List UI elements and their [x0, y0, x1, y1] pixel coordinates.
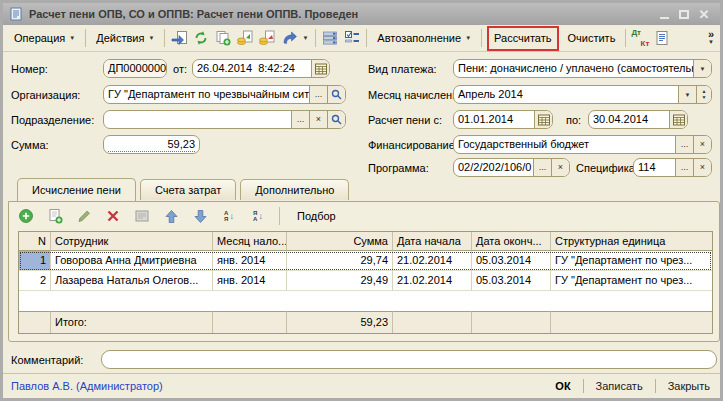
copy-row-button[interactable] [44, 205, 66, 227]
table-row[interactable]: 1 Говорова Анна Дмитриевна янв. 2014 29,… [19, 251, 712, 271]
chevron-down-icon: ▼ [700, 66, 706, 72]
calendar-button[interactable] [534, 111, 552, 128]
clear-field-button[interactable]: × [693, 159, 711, 176]
minimize-button[interactable] [654, 6, 674, 22]
dropdown-button[interactable]: ▼ [693, 60, 711, 77]
goto-menu-button[interactable]: ▼ [278, 27, 312, 49]
specifics-field[interactable]: 114 ... × [633, 158, 712, 177]
edit-row-button[interactable] [73, 205, 95, 227]
sort-ascending-icon: АЯ↓ [221, 208, 238, 225]
cell-n[interactable]: 2 [19, 271, 51, 291]
tab-penalty-calculation[interactable]: Исчисление пени [17, 178, 136, 201]
comment-field[interactable] [101, 350, 717, 369]
dt-kt-button[interactable]: Дт Кт [629, 27, 651, 49]
search-button[interactable] [327, 86, 345, 103]
ellipsis-button[interactable]: ... [291, 111, 309, 128]
add-row-button[interactable] [15, 205, 37, 227]
table-row[interactable]: 2 Лазарева Наталья Олегов... янв. 2014 2… [19, 271, 712, 291]
post-document-button[interactable] [168, 27, 190, 49]
financing-field[interactable]: Государственный бюджет ... × [453, 135, 712, 154]
column-header-unit[interactable]: Структурная единица [551, 232, 712, 251]
cell-unit[interactable]: ГУ "Департамент по чрез... [551, 251, 712, 271]
search-button[interactable] [327, 111, 345, 128]
department-field[interactable]: ... × [103, 110, 346, 129]
clear-field-button[interactable]: × [551, 159, 569, 176]
column-header-employee[interactable]: Сотрудник [51, 232, 213, 251]
cell-date-end[interactable]: 05.03.2014 [472, 251, 551, 271]
cell-unit[interactable]: ГУ "Департамент по чрез... [551, 271, 712, 291]
ellipsis-button[interactable]: ... [309, 86, 327, 103]
sort-asc-button[interactable]: АЯ↓ [218, 205, 240, 227]
cell-sum[interactable]: 29,74 [287, 251, 393, 271]
ok-button[interactable]: ОК [551, 378, 574, 394]
autofill-menu-button[interactable]: Автозаполнение ▼ [370, 28, 478, 48]
penalty-from-field[interactable]: 01.01.2014 [453, 110, 553, 129]
post-document-icon [171, 30, 188, 47]
end-edit-button[interactable] [131, 205, 153, 227]
maximize-button[interactable] [674, 6, 694, 22]
calendar-button[interactable] [669, 111, 687, 128]
copy-document-button[interactable] [212, 27, 234, 49]
operation-menu-button[interactable]: Операция ▼ [7, 28, 82, 48]
cell-date-start[interactable]: 21.02.2014 [393, 271, 472, 291]
user-link[interactable]: Павлов А.В. (Администратор) [11, 380, 163, 392]
organization-field[interactable]: ГУ "Департамент по чрезвычайным сит ... [103, 85, 346, 104]
tab-bar: Исчисление пени Счета затрат Дополнитель… [17, 179, 349, 201]
clear-field-button[interactable]: × [693, 136, 711, 153]
cell-date-start[interactable]: 21.02.2014 [393, 251, 472, 271]
sum-field[interactable]: 59,23 [103, 135, 200, 154]
number-field[interactable]: ДП000000001 [103, 59, 167, 78]
list-settings-button[interactable] [341, 27, 363, 49]
report-button[interactable] [651, 27, 673, 49]
cell-employee[interactable]: Говорова Анна Дмитриевна [51, 251, 213, 271]
cell-month[interactable]: янв. 2014 [213, 251, 287, 271]
pick-button[interactable]: Подбор [290, 206, 343, 226]
cell-sum[interactable]: 29,49 [287, 271, 393, 291]
month-spinner[interactable]: ▲ ▼ [696, 86, 711, 103]
close-button[interactable]: ✕ [694, 6, 714, 22]
department-label: Подразделение: [11, 114, 94, 126]
title-bar[interactable]: Расчет пени ОПВ, СО и ОППВ: Расчет пени … [3, 3, 720, 25]
move-up-button[interactable] [160, 205, 182, 227]
dropdown-button[interactable]: ▼ [678, 86, 696, 103]
program-label: Программа: [368, 162, 429, 174]
window-title: Расчет пени ОПВ, СО и ОППВ: Расчет пени … [29, 8, 358, 20]
clear-button[interactable]: Очистить [561, 28, 623, 48]
ellipsis-button[interactable]: ... [533, 159, 551, 176]
clear-field-button[interactable]: × [309, 111, 327, 128]
program-field[interactable]: 02/2/202/106/0 ... × [453, 158, 570, 177]
column-header-month[interactable]: Месяц нало... [213, 232, 287, 251]
toolbar-overflow-button[interactable]: » ▼ [708, 30, 716, 46]
close-form-button[interactable]: Закрыть [664, 378, 714, 394]
column-header-sum[interactable]: Сумма [287, 232, 393, 251]
sort-desc-button[interactable]: ЯА↓ [247, 205, 269, 227]
calculate-button[interactable]: Рассчитать [489, 29, 556, 47]
document-date-field[interactable]: 26.04.2014 8:42:24 [192, 59, 330, 78]
calendar-button[interactable] [311, 60, 329, 77]
cell-date-end[interactable]: 05.03.2014 [472, 271, 551, 291]
ellipsis-button[interactable]: ... [675, 136, 693, 153]
column-header-n[interactable]: N [19, 232, 51, 251]
payment-type-select[interactable]: Пени: доначислено / уплачено (самостояте… [453, 59, 712, 78]
cell-employee[interactable]: Лазарева Наталья Олегов... [51, 271, 213, 291]
save-button[interactable]: Записать [592, 378, 647, 394]
ellipsis-button[interactable]: ... [675, 159, 693, 176]
tab-cost-accounts[interactable]: Счета затрат [140, 179, 236, 200]
chevron-down-icon: ▼ [685, 92, 691, 98]
delete-row-button[interactable] [102, 205, 124, 227]
actions-menu-button[interactable]: Действия ▼ [89, 28, 161, 48]
penalty-table: N Сотрудник Месяц нало... Сумма Дата нач… [18, 231, 713, 334]
divider [625, 29, 626, 47]
column-header-date-start[interactable]: Дата начала [393, 232, 472, 251]
penalty-to-field[interactable]: 30.04.2014 [588, 110, 688, 129]
column-header-date-end[interactable]: Дата оконч... [472, 232, 551, 251]
accrual-month-select[interactable]: Апрель 2014 ▼ ▲ ▼ [453, 85, 712, 104]
unfill-document-button[interactable] [256, 27, 278, 49]
tab-additional[interactable]: Дополнительно [240, 179, 349, 200]
fill-document-button[interactable] [234, 27, 256, 49]
cell-month[interactable]: янв. 2014 [213, 271, 287, 291]
list-structure-button[interactable] [319, 27, 341, 49]
move-down-button[interactable] [189, 205, 211, 227]
cell-n[interactable]: 1 [19, 251, 51, 271]
refresh-button[interactable] [190, 27, 212, 49]
